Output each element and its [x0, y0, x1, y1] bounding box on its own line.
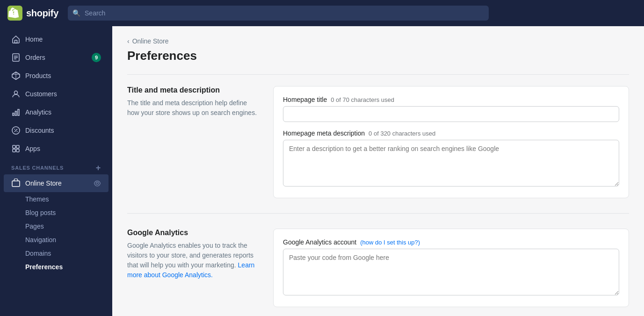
svg-rect-1: [15, 40, 17, 43]
section-desc-title-meta: The title and meta description help defi…: [127, 98, 258, 118]
sidebar-item-online-store[interactable]: Online Store: [4, 174, 109, 192]
breadcrumb[interactable]: ‹ Online Store: [127, 37, 629, 45]
ga-account-label: Google Analytics account (how do I set t…: [283, 238, 619, 246]
sidebar-item-analytics-label: Analytics: [25, 108, 51, 116]
apps-icon: [11, 144, 21, 153]
page-title: Preferences: [127, 49, 629, 63]
search-icon: 🔍: [72, 9, 80, 17]
ga-desc-text: Google Analytics enables you to track th…: [127, 242, 253, 269]
google-analytics-section: Google Analytics Google Analytics enable…: [127, 229, 629, 316]
homepage-title-label: Homepage title 0 of 70 characters used: [283, 96, 619, 103]
discounts-icon: [11, 126, 21, 135]
section-right-title-meta: Homepage title 0 of 70 characters used H…: [273, 86, 629, 198]
sidebar: Home Orders 9 Products Customers A: [0, 26, 112, 316]
shopify-logo-icon: [7, 6, 22, 21]
svg-rect-17: [13, 145, 15, 148]
sidebar-item-preferences[interactable]: Preferences: [4, 260, 109, 273]
svg-rect-19: [13, 149, 15, 152]
section-left-ga: Google Analytics Google Analytics enable…: [127, 229, 258, 307]
sidebar-item-discounts[interactable]: Discounts: [4, 122, 109, 139]
svg-rect-11: [15, 111, 17, 115]
sidebar-item-home-label: Home: [25, 36, 43, 43]
sidebar-sub-navigation-label: Navigation: [25, 236, 56, 244]
sidebar-item-navigation[interactable]: Navigation: [4, 233, 109, 246]
sidebar-item-apps-label: Apps: [25, 145, 40, 152]
sidebar-item-domains[interactable]: Domains: [4, 247, 109, 260]
sidebar-item-products[interactable]: Products: [4, 67, 109, 85]
home-icon: [11, 35, 21, 44]
products-icon: [11, 71, 21, 80]
topbar: shopify 🔍: [0, 0, 644, 26]
sidebar-item-blog-posts[interactable]: Blog posts: [4, 206, 109, 219]
sidebar-item-themes[interactable]: Themes: [4, 193, 109, 206]
section-title-ga: Google Analytics: [127, 229, 258, 237]
breadcrumb-parent: Online Store: [132, 37, 169, 45]
ga-account-textarea[interactable]: [283, 249, 619, 295]
svg-point-9: [14, 91, 18, 94]
online-store-icon: [11, 179, 21, 188]
svg-point-16: [17, 131, 18, 132]
sales-channels-label: SALES CHANNELS: [11, 165, 64, 171]
sidebar-sub-domains-label: Domains: [25, 250, 51, 257]
sidebar-item-customers-label: Customers: [25, 90, 57, 98]
online-store-view-icon[interactable]: [94, 180, 101, 187]
sidebar-sub-pages-label: Pages: [25, 223, 44, 230]
ga-setup-link[interactable]: (how do I set this up?): [360, 239, 420, 246]
sidebar-sub-blog-label: Blog posts: [25, 209, 56, 216]
logo-text: shopify: [26, 8, 58, 19]
sidebar-item-products-label: Products: [25, 72, 51, 79]
layout: Home Orders 9 Products Customers A: [0, 26, 644, 316]
sidebar-sub-preferences-label: Preferences: [25, 263, 63, 271]
homepage-title-input[interactable]: [283, 106, 619, 122]
main-content: ‹ Online Store Preferences Title and met…: [112, 26, 644, 316]
homepage-meta-textarea[interactable]: [283, 140, 619, 187]
sidebar-item-orders[interactable]: Orders 9: [4, 49, 109, 66]
svg-rect-12: [18, 109, 19, 115]
homepage-meta-hint: 0 of 320 characters used: [369, 130, 435, 137]
svg-rect-21: [12, 181, 20, 187]
sidebar-online-store-label: Online Store: [25, 180, 62, 187]
analytics-icon: [11, 108, 21, 117]
section-desc-ga: Google Analytics enables you to track th…: [127, 241, 258, 280]
customers-icon: [11, 89, 21, 99]
sidebar-item-pages[interactable]: Pages: [4, 220, 109, 233]
section-left-title-meta: Title and meta description The title and…: [127, 86, 258, 198]
svg-rect-10: [13, 113, 14, 115]
homepage-meta-label: Homepage meta description 0 of 320 chara…: [283, 129, 619, 137]
homepage-title-hint: 0 of 70 characters used: [331, 96, 394, 103]
sidebar-item-customers[interactable]: Customers: [4, 85, 109, 103]
svg-point-15: [14, 129, 15, 130]
section-title-title-meta: Title and meta description: [127, 86, 258, 94]
sales-channels-section: SALES CHANNELS +: [4, 158, 109, 174]
sidebar-item-apps[interactable]: Apps: [4, 140, 109, 158]
orders-icon: [11, 53, 21, 62]
svg-point-22: [96, 182, 99, 185]
breadcrumb-chevron: ‹: [127, 37, 130, 45]
sidebar-sub-themes-label: Themes: [25, 195, 49, 203]
orders-badge: 9: [92, 53, 101, 62]
title-divider: [127, 74, 629, 75]
sidebar-item-discounts-label: Discounts: [25, 127, 54, 134]
svg-rect-18: [16, 145, 19, 148]
sidebar-item-analytics[interactable]: Analytics: [4, 103, 109, 121]
svg-rect-20: [16, 149, 19, 152]
title-meta-section: Title and meta description The title and…: [127, 86, 629, 214]
sidebar-item-orders-label: Orders: [25, 54, 45, 61]
sidebar-item-home[interactable]: Home: [4, 30, 109, 48]
search-bar[interactable]: 🔍: [68, 6, 489, 21]
add-sales-channel-button[interactable]: +: [96, 164, 101, 172]
logo[interactable]: shopify: [7, 6, 58, 21]
section-right-ga: Google Analytics account (how do I set t…: [273, 229, 629, 307]
search-input[interactable]: [68, 6, 489, 21]
